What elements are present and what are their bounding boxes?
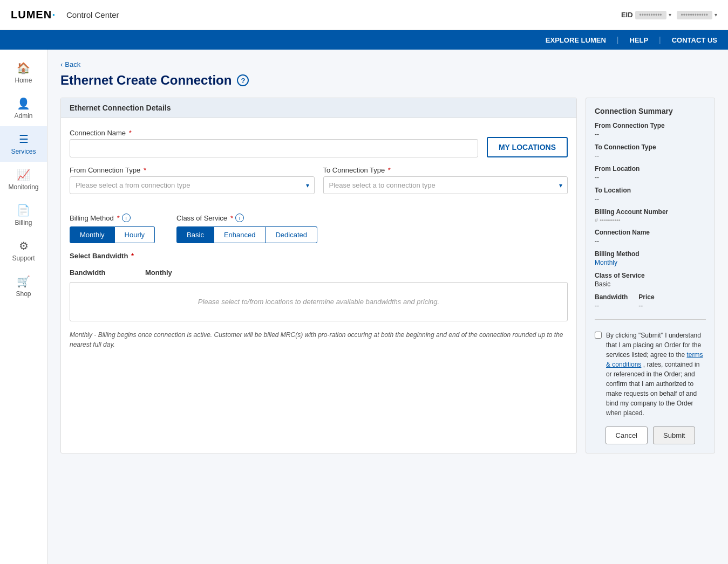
summary-from-connection-type: From Connection Type -- [595, 122, 706, 138]
summary-billing-method: Billing Method Monthly [595, 250, 706, 266]
billing-hourly-button[interactable]: Hourly [115, 226, 155, 243]
content-with-summary: Ethernet Connection Details Connection N… [60, 98, 715, 453]
sidebar-item-home[interactable]: 🏠 Home [0, 55, 47, 91]
summary-to-loc-value: -- [595, 195, 706, 203]
billing-method-label: Billing Method * i [70, 214, 155, 222]
summary-bandwidth-label: Bandwidth [595, 293, 628, 301]
sidebar-item-services[interactable]: ☰ Services [0, 126, 47, 162]
back-chevron-icon: ‹ [60, 60, 63, 68]
separator-1: | [617, 36, 619, 44]
support-icon: ⚙ [19, 239, 29, 252]
summary-to-loc-label: To Location [595, 187, 706, 194]
summary-billing-method-label: Billing Method [595, 250, 706, 258]
sidebar-item-monitoring[interactable]: 📈 Monitoring [0, 162, 47, 197]
connection-name-row: Connection Name * MY LOCATIONS [70, 129, 568, 157]
app-title: Control Center [66, 10, 119, 19]
to-connection-group: To Connection Type * Please select a to … [323, 166, 568, 194]
top-bar-left: LUMEN● Control Center [11, 9, 119, 21]
explore-lumen-link[interactable]: EXPLORE LUMEN [546, 36, 606, 44]
billing-info-icon[interactable]: i [122, 214, 131, 222]
shop-icon: 🛒 [17, 275, 30, 288]
summary-from-location: From Location -- [595, 165, 706, 181]
admin-icon: 👤 [17, 97, 30, 110]
connection-name-group: Connection Name * [70, 129, 478, 157]
summary-billing-acct-value: # •••••••••• [595, 217, 706, 223]
summary-conn-name-label: Connection Name [595, 229, 706, 236]
connection-type-row: From Connection Type * Please select a f… [70, 166, 568, 194]
cos-dedicated-button[interactable]: Dedicated [266, 226, 317, 243]
required-star-3: * [388, 166, 391, 174]
required-star-2: * [144, 166, 146, 174]
to-connection-wrapper: Please select a to connection type ▾ [323, 176, 568, 194]
summary-panel: Connection Summary From Connection Type … [586, 98, 715, 453]
form-panel-header: Ethernet Connection Details [61, 98, 576, 118]
consent-checkbox[interactable] [595, 332, 602, 339]
bandwidth-col-bandwidth: Bandwidth [70, 269, 134, 277]
summary-conn-name-value: -- [595, 237, 706, 245]
cos-info-icon[interactable]: i [235, 214, 244, 222]
summary-to-connection-type: To Connection Type -- [595, 143, 706, 160]
consent-text-2: , rates, contained in or referenced in t… [606, 361, 699, 417]
app-body: 🏠 Home 👤 Admin ☰ Services 📈 Monitoring 📄… [0, 50, 728, 564]
sidebar-label-support: Support [12, 255, 35, 262]
summary-from-loc-value: -- [595, 174, 706, 181]
cos-group: Class of Service * i Basic Enhanced Dedi… [176, 214, 317, 243]
top-bar-right: EID •••••••••• ▾ •••••••••••• ▾ [621, 11, 717, 19]
connection-name-input[interactable] [70, 139, 478, 157]
bandwidth-section: Select Bandwidth * Bandwidth Monthly Ple… [70, 252, 568, 321]
logo-dot: ● [52, 12, 56, 17]
required-star-5: * [230, 214, 233, 222]
bandwidth-col-monthly: Monthly [145, 269, 210, 277]
cancel-button[interactable]: Cancel [605, 427, 648, 444]
services-icon: ☰ [19, 133, 29, 146]
sidebar-item-shop[interactable]: 🛒 Shop [0, 269, 47, 304]
home-icon: 🏠 [17, 61, 30, 74]
connection-name-label: Connection Name * [70, 129, 478, 137]
required-star-4: * [117, 214, 120, 222]
my-locations-button[interactable]: MY LOCATIONS [487, 137, 568, 157]
summary-bandwidth-price-row: Bandwidth -- Price -- [595, 293, 706, 315]
eid-selector[interactable]: EID •••••••••• ▾ [621, 11, 671, 19]
to-connection-label: To Connection Type * [323, 166, 568, 174]
monitoring-icon: 📈 [17, 168, 30, 181]
page-title-text: Ethernet Create Connection [60, 73, 232, 88]
page-title-row: Ethernet Create Connection ? [60, 73, 715, 88]
sidebar-label-billing: Billing [15, 219, 32, 226]
billing-toggle-group: Monthly Hourly [70, 226, 155, 243]
billing-cos-row: Billing Method * i Monthly Hourly [70, 214, 568, 243]
sidebar-label-services: Services [11, 148, 36, 155]
eid-chevron-icon: ▾ [669, 12, 671, 18]
cos-label: Class of Service * i [176, 214, 317, 222]
summary-to-type-value: -- [595, 152, 706, 160]
summary-cos-label: Class of Service [595, 272, 706, 279]
back-link[interactable]: ‹ Back [60, 60, 715, 68]
summary-bandwidth: Bandwidth -- [595, 293, 628, 309]
summary-from-type-label: From Connection Type [595, 122, 706, 129]
sidebar-label-admin: Admin [14, 112, 32, 120]
cos-toggle-group: Basic Enhanced Dedicated [176, 226, 317, 243]
sidebar-item-billing[interactable]: 📄 Billing [0, 197, 47, 233]
account-selector[interactable]: •••••••••••• ▾ [677, 11, 717, 19]
sidebar-label-monitoring: Monitoring [8, 183, 38, 191]
submit-button[interactable]: Submit [653, 427, 695, 444]
summary-billing-account: Billing Account Number # •••••••••• [595, 208, 706, 223]
help-link[interactable]: HELP [629, 36, 648, 44]
billing-monthly-button[interactable]: Monthly [70, 226, 115, 243]
summary-cos: Class of Service Basic [595, 272, 706, 288]
logo-text: LUMEN [11, 9, 52, 21]
from-connection-wrapper: Please select a from connection type ▾ [70, 176, 315, 194]
cos-enhanced-button[interactable]: Enhanced [214, 226, 266, 243]
from-connection-select[interactable]: Please select a from connection type [70, 176, 315, 194]
top-navigation: LUMEN● Control Center EID •••••••••• ▾ •… [0, 0, 728, 30]
account-chevron-icon: ▾ [715, 12, 717, 18]
main-content: ‹ Back Ethernet Create Connection ? Ethe… [47, 50, 728, 564]
sidebar-item-support[interactable]: ⚙ Support [0, 233, 47, 269]
from-connection-label: From Connection Type * [70, 166, 315, 174]
to-connection-select[interactable]: Please select a to connection type [323, 176, 568, 194]
consent-label[interactable]: By clicking "Submit" I understand that I… [595, 331, 706, 418]
contact-us-link[interactable]: CONTACT US [672, 36, 717, 44]
summary-to-location: To Location -- [595, 187, 706, 203]
cos-basic-button[interactable]: Basic [176, 226, 214, 243]
page-help-icon[interactable]: ? [237, 74, 249, 86]
sidebar-item-admin[interactable]: 👤 Admin [0, 91, 47, 126]
